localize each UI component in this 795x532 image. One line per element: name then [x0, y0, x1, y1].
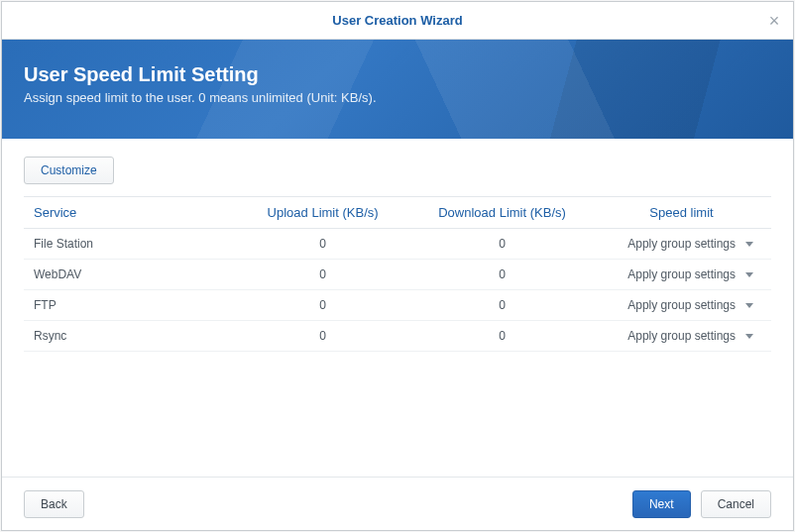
speed-limit-dropdown[interactable]: Apply group settings [602, 267, 761, 281]
customize-button[interactable]: Customize [24, 157, 114, 184]
cell-service: File Station [24, 229, 233, 260]
speed-limit-dropdown[interactable]: Apply group settings [602, 237, 761, 251]
col-download[interactable]: Download Limit (KB/s) [412, 197, 592, 229]
table-row[interactable]: Rsync00Apply group settings [24, 321, 771, 352]
col-speed[interactable]: Speed limit [592, 197, 771, 229]
speed-limit-dropdown[interactable]: Apply group settings [602, 329, 761, 343]
table-header-row: Service Upload Limit (KB/s) Download Lim… [24, 197, 771, 229]
content-area: Customize Service Upload Limit (KB/s) Do… [2, 139, 793, 477]
col-service[interactable]: Service [24, 197, 233, 229]
speed-limit-label: Apply group settings [627, 298, 736, 312]
cell-speed-limit: Apply group settings [592, 229, 771, 260]
chevron-down-icon [745, 272, 753, 277]
table-row[interactable]: FTP00Apply group settings [24, 290, 771, 321]
cell-upload: 0 [233, 290, 412, 321]
cell-service: WebDAV [24, 260, 233, 290]
back-button[interactable]: Back [24, 490, 84, 518]
wizard-window: User Creation Wizard × User Speed Limit … [1, 1, 794, 531]
speed-limit-dropdown[interactable]: Apply group settings [602, 298, 761, 312]
speed-limit-table: Service Upload Limit (KB/s) Download Lim… [24, 196, 771, 352]
cell-download: 0 [412, 321, 592, 352]
chevron-down-icon [745, 303, 753, 308]
chevron-down-icon [745, 242, 753, 247]
page-heading: User Speed Limit Setting [24, 63, 771, 86]
cell-speed-limit: Apply group settings [592, 290, 771, 321]
cell-upload: 0 [233, 321, 412, 352]
cell-download: 0 [412, 260, 592, 290]
table-row[interactable]: File Station00Apply group settings [24, 229, 771, 260]
chevron-down-icon [745, 334, 753, 339]
cancel-button[interactable]: Cancel [701, 490, 771, 518]
speed-limit-label: Apply group settings [627, 267, 736, 281]
cell-download: 0 [412, 229, 592, 260]
speed-limit-label: Apply group settings [627, 329, 736, 343]
footer: Back Next Cancel [2, 477, 793, 530]
close-icon[interactable]: × [765, 12, 783, 30]
cell-speed-limit: Apply group settings [592, 260, 771, 290]
window-title: User Creation Wizard [332, 13, 462, 28]
col-upload[interactable]: Upload Limit (KB/s) [233, 197, 412, 229]
toolbar: Customize [24, 157, 771, 184]
page-description: Assign speed limit to the user. 0 means … [24, 90, 771, 105]
speed-limit-label: Apply group settings [627, 237, 736, 251]
next-button[interactable]: Next [632, 490, 691, 518]
cell-upload: 0 [233, 260, 412, 290]
cell-download: 0 [412, 290, 592, 321]
cell-speed-limit: Apply group settings [592, 321, 771, 352]
cell-service: Rsync [24, 321, 233, 352]
table-row[interactable]: WebDAV00Apply group settings [24, 260, 771, 290]
banner: User Speed Limit Setting Assign speed li… [2, 40, 793, 139]
cell-upload: 0 [233, 229, 412, 260]
cell-service: FTP [24, 290, 233, 321]
titlebar: User Creation Wizard × [2, 2, 793, 40]
